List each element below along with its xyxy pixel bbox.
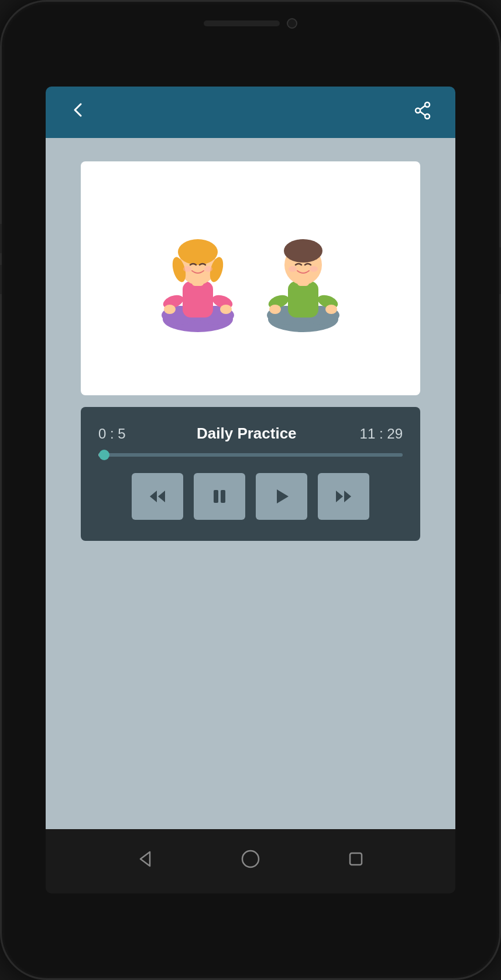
svg-rect-42 [350, 853, 362, 865]
svg-point-41 [242, 851, 259, 867]
svg-point-15 [178, 239, 218, 265]
svg-rect-36 [221, 490, 225, 503]
total-time: 11 : 29 [360, 426, 403, 442]
nav-bar [46, 829, 455, 893]
svg-rect-35 [214, 490, 218, 503]
speaker-grille [204, 20, 280, 26]
volume-up-button[interactable] [0, 224, 2, 253]
svg-point-11 [164, 305, 176, 314]
player-info-row: 0 : 5 Daily Practice 11 : 29 [98, 425, 403, 443]
svg-marker-34 [158, 491, 165, 502]
share-icon [413, 101, 432, 120]
play-button[interactable] [256, 473, 307, 520]
svg-point-18 [183, 266, 191, 272]
svg-point-26 [269, 305, 281, 314]
controls-row [98, 473, 403, 520]
back-arrow-icon [69, 101, 88, 119]
svg-line-4 [420, 112, 425, 115]
svg-line-3 [420, 106, 425, 109]
screen: 0 : 5 Daily Practice 11 : 29 [46, 87, 455, 893]
svg-marker-38 [336, 491, 343, 502]
progress-bar[interactable] [98, 453, 403, 457]
girl-figure [157, 223, 239, 334]
nav-home-icon [240, 848, 261, 869]
progress-thumb[interactable] [99, 450, 109, 460]
back-button[interactable] [64, 96, 92, 129]
app-bar [46, 87, 455, 138]
nav-home-button[interactable] [240, 848, 261, 874]
main-content: 0 : 5 Daily Practice 11 : 29 [46, 138, 455, 829]
player-panel: 0 : 5 Daily Practice 11 : 29 [81, 407, 420, 541]
svg-rect-23 [288, 281, 318, 318]
svg-point-30 [284, 239, 322, 263]
rewind-button[interactable] [132, 473, 183, 520]
svg-marker-37 [277, 489, 289, 503]
svg-point-1 [416, 108, 420, 113]
volume-down-button[interactable] [0, 265, 2, 294]
play-icon [271, 486, 292, 507]
meditation-scene [145, 211, 356, 346]
svg-point-19 [204, 266, 212, 272]
boy-figure [262, 223, 344, 334]
share-button[interactable] [409, 96, 437, 129]
current-time: 0 : 5 [98, 426, 133, 442]
rewind-icon [147, 486, 168, 507]
svg-marker-40 [140, 852, 150, 866]
svg-point-12 [220, 305, 232, 314]
svg-point-31 [289, 266, 297, 272]
svg-marker-39 [344, 491, 351, 502]
phone-device: 0 : 5 Daily Practice 11 : 29 [0, 0, 501, 980]
meditation-image [81, 161, 420, 395]
front-camera [287, 18, 297, 29]
svg-point-0 [425, 102, 430, 107]
svg-rect-8 [183, 281, 213, 318]
phone-top-bar [101, 18, 400, 29]
svg-marker-33 [150, 491, 157, 502]
nav-recents-button[interactable] [345, 848, 366, 874]
nav-recents-icon [345, 848, 366, 869]
nav-back-button[interactable] [135, 848, 156, 874]
svg-point-27 [325, 305, 337, 314]
track-title: Daily Practice [133, 425, 360, 443]
nav-back-icon [135, 848, 156, 869]
fast-forward-button[interactable] [318, 473, 369, 520]
pause-icon [209, 486, 230, 507]
svg-point-32 [310, 266, 318, 272]
pause-button[interactable] [194, 473, 245, 520]
fast-forward-icon [333, 486, 354, 507]
svg-point-2 [425, 114, 430, 119]
